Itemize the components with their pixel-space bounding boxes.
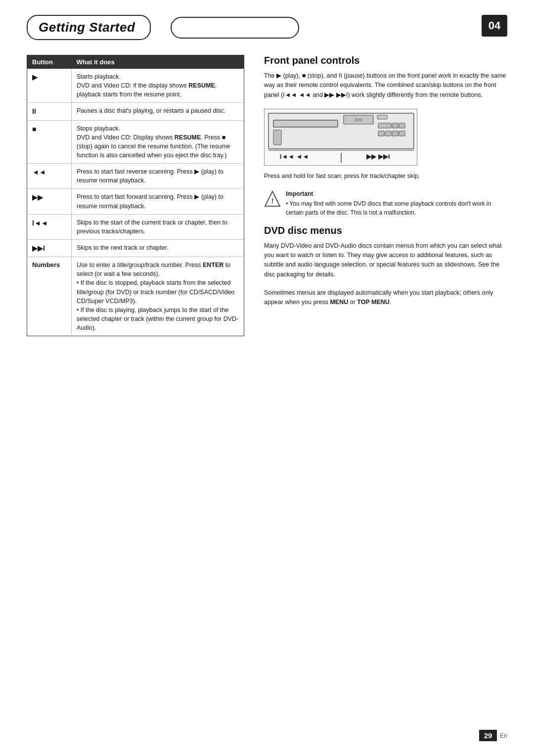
table-row: ■ Stops playback. DVD and Video CD: Disp… <box>27 120 244 164</box>
desc-cell: Stops playback. DVD and Video CD: Displa… <box>72 120 244 164</box>
desc-cell: Starts playback. DVD and Video CD: if th… <box>72 69 244 103</box>
important-content: Important • You may find with some DVD d… <box>286 190 507 217</box>
table-row: I◄◄ Skips to the start of the current tr… <box>27 214 244 239</box>
front-panel-caption: Press and hold for fast scan; press for … <box>264 172 507 181</box>
svg-text:▶▶  ▶▶I: ▶▶ ▶▶I <box>366 153 390 160</box>
page-title: Getting Started <box>39 20 135 35</box>
svg-text:DVD: DVD <box>355 118 362 122</box>
svg-rect-10 <box>392 131 398 136</box>
button-cell: ■ <box>27 120 72 164</box>
svg-rect-4 <box>377 115 387 119</box>
main-content: Button What it does ▶ Starts playback. D… <box>0 50 534 356</box>
header-center-box <box>171 17 299 39</box>
svg-text:!: ! <box>271 197 274 205</box>
dvd-disc-menus-section: DVD disc menus Many DVD-Video and DVD-Au… <box>264 225 507 308</box>
svg-rect-6 <box>392 123 398 128</box>
svg-rect-8 <box>378 131 384 136</box>
button-cell: ▶ <box>27 69 72 103</box>
important-icon: ! <box>264 190 281 209</box>
front-panel-body: The ▶ (play), ■ (stop), and II (pause) b… <box>264 71 507 100</box>
svg-rect-11 <box>399 131 405 136</box>
header-page-number: 04 <box>482 15 507 37</box>
table-row: Numbers Use to enter a title/group/track… <box>27 257 244 336</box>
svg-rect-12 <box>273 130 281 145</box>
dvd-diagram: DVD <box>264 109 417 166</box>
button-cell: I◄◄ <box>27 214 72 239</box>
button-cell: ▶▶ <box>27 189 72 214</box>
important-box: ! Important • You may find with some DVD… <box>264 190 507 217</box>
left-column: Button What it does ▶ Starts playback. D… <box>27 55 244 336</box>
button-cell: ◄◄ <box>27 164 72 189</box>
svg-rect-1 <box>273 120 338 127</box>
desc-cell: Press to start fast forward scanning. Pr… <box>72 189 244 214</box>
title-box: Getting Started <box>27 15 151 40</box>
button-cell: Numbers <box>27 257 72 336</box>
button-table: Button What it does ▶ Starts playback. D… <box>27 55 244 336</box>
footer-language: En <box>500 732 507 739</box>
desc-cell: Skips to the next track or chapter. <box>72 239 244 257</box>
important-text: • You may find with some DVD discs that … <box>286 199 507 217</box>
right-column: Front panel controls The ▶ (play), ■ (st… <box>264 55 507 336</box>
header: Getting Started 04 <box>0 0 534 50</box>
important-label: Important <box>286 190 507 197</box>
dvd-disc-menus-body1: Many DVD-Video and DVD-Audio discs conta… <box>264 241 507 280</box>
svg-rect-5 <box>378 123 391 128</box>
warning-triangle-icon: ! <box>264 190 281 209</box>
dvd-disc-menus-title: DVD disc menus <box>264 225 507 236</box>
table-header-what: What it does <box>72 55 244 69</box>
table-header-button: Button <box>27 55 72 69</box>
table-row: II Pauses a disc that's playing, or rest… <box>27 103 244 120</box>
dvd-diagram-svg: DVD <box>265 109 417 166</box>
button-cell: ▶▶I <box>27 239 72 257</box>
table-row: ▶▶ Press to start fast forward scanning.… <box>27 189 244 214</box>
button-cell: II <box>27 103 72 120</box>
svg-rect-9 <box>385 131 391 136</box>
front-panel-title: Front panel controls <box>264 55 507 66</box>
footer: 29 En <box>0 730 534 741</box>
front-panel-section: Front panel controls The ▶ (play), ■ (st… <box>264 55 507 217</box>
table-row: ◄◄ Press to start fast reverse scanning.… <box>27 164 244 189</box>
desc-cell: Press to start fast reverse scanning. Pr… <box>72 164 244 189</box>
table-row: ▶▶I Skips to the next track or chapter. <box>27 239 244 257</box>
footer-page-number: 29 <box>479 730 497 741</box>
dvd-disc-menus-body2: Sometimes menus are displayed automatica… <box>264 288 507 308</box>
svg-rect-7 <box>399 123 405 128</box>
page-container: Getting Started 04 Button What it does ▶ <box>0 0 534 756</box>
desc-cell: Pauses a disc that's playing, or restart… <box>72 103 244 120</box>
svg-text:I◄◄  ◄◄: I◄◄ ◄◄ <box>280 153 309 160</box>
table-row: ▶ Starts playback. DVD and Video CD: if … <box>27 69 244 103</box>
desc-cell: Skips to the start of the current track … <box>72 214 244 239</box>
desc-cell: Use to enter a title/group/track number.… <box>72 257 244 336</box>
